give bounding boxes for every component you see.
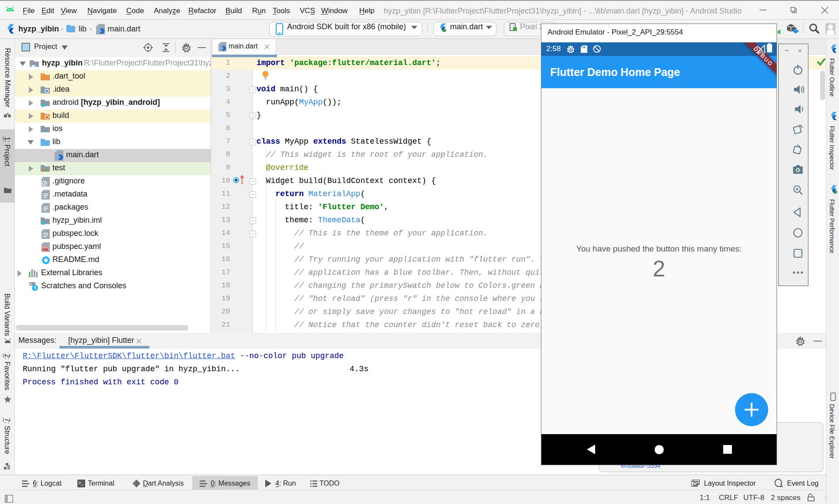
svg-text:YML: YML [42,248,49,252]
